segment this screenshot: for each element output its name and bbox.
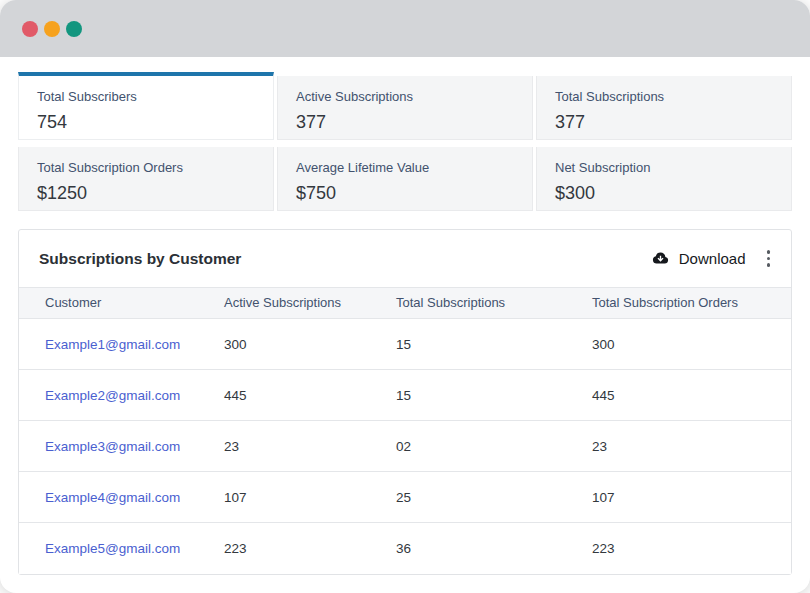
stats-grid: Total Subscribers754Active Subscriptions…	[18, 72, 792, 211]
customer-email-link[interactable]: Example1@gmail.com	[45, 337, 180, 352]
table-title: Subscriptions by Customer	[39, 250, 241, 268]
stat-label: Average Lifetime Value	[296, 160, 514, 176]
stat-label: Net Subscription	[555, 160, 773, 176]
subscriptions-table: CustomerActive SubscriptionsTotal Subscr…	[19, 287, 791, 574]
customer-email-link[interactable]: Example5@gmail.com	[45, 541, 180, 556]
minimize-dot[interactable]	[44, 21, 60, 37]
stat-card-total-subscriptions[interactable]: Total Subscriptions377	[536, 76, 792, 140]
maximize-dot[interactable]	[66, 21, 82, 37]
cell-total-subscription-orders: 107	[592, 472, 791, 523]
close-dot[interactable]	[22, 21, 38, 37]
table-row: Example5@gmail.com22336223	[19, 523, 791, 574]
stat-card-active-subscriptions[interactable]: Active Subscriptions377	[277, 76, 533, 140]
cell-total-subscriptions: 15	[396, 319, 592, 370]
column-header-total-subscriptions: Total Subscriptions	[396, 288, 592, 319]
cloud-download-icon	[651, 249, 670, 268]
table-header-row: CustomerActive SubscriptionsTotal Subscr…	[19, 288, 791, 319]
customer-email-link[interactable]: Example4@gmail.com	[45, 490, 180, 505]
kebab-menu-icon[interactable]	[758, 244, 780, 273]
table-row: Example3@gmail.com230223	[19, 421, 791, 472]
stat-label: Total Subscription Orders	[37, 160, 255, 176]
stat-card-net-subscription[interactable]: Net Subscription$300	[536, 147, 792, 211]
stat-value: $750	[296, 183, 514, 204]
stat-card-average-lifetime-value[interactable]: Average Lifetime Value$750	[277, 147, 533, 211]
stat-value: $300	[555, 183, 773, 204]
column-header-active-subscriptions: Active Subscriptions	[224, 288, 396, 319]
stat-card-total-subscription-orders[interactable]: Total Subscription Orders$1250	[18, 147, 274, 211]
table-row: Example4@gmail.com10725107	[19, 472, 791, 523]
window-control-dots	[22, 21, 82, 37]
stat-value: $1250	[37, 183, 255, 204]
stat-label: Total Subscribers	[37, 89, 255, 105]
table-row: Example1@gmail.com30015300	[19, 319, 791, 370]
app-window: Total Subscribers754Active Subscriptions…	[0, 0, 810, 593]
stat-value: 377	[296, 112, 514, 133]
stat-label: Total Subscriptions	[555, 89, 773, 105]
download-button[interactable]: Download	[643, 243, 754, 274]
cell-total-subscriptions: 36	[396, 523, 592, 574]
stat-card-total-subscribers[interactable]: Total Subscribers754	[18, 72, 274, 140]
window-titlebar	[0, 0, 810, 57]
cell-active-subscriptions: 107	[224, 472, 396, 523]
cell-total-subscriptions: 02	[396, 421, 592, 472]
column-header-customer: Customer	[19, 288, 224, 319]
table-body: Example1@gmail.com30015300Example2@gmail…	[19, 319, 791, 574]
customer-email-link[interactable]: Example3@gmail.com	[45, 439, 180, 454]
stat-value: 754	[37, 112, 255, 133]
cell-active-subscriptions: 300	[224, 319, 396, 370]
cell-active-subscriptions: 445	[224, 370, 396, 421]
stat-value: 377	[555, 112, 773, 133]
cell-total-subscription-orders: 223	[592, 523, 791, 574]
download-button-label: Download	[679, 250, 746, 267]
cell-total-subscription-orders: 445	[592, 370, 791, 421]
cell-active-subscriptions: 23	[224, 421, 396, 472]
cell-active-subscriptions: 223	[224, 523, 396, 574]
main-content: Total Subscribers754Active Subscriptions…	[0, 57, 810, 575]
column-header-total-subscription-orders: Total Subscription Orders	[592, 288, 791, 319]
table-head: CustomerActive SubscriptionsTotal Subscr…	[19, 288, 791, 319]
cell-total-subscriptions: 15	[396, 370, 592, 421]
table-card-header: Subscriptions by Customer Download	[19, 230, 791, 287]
customer-email-link[interactable]: Example2@gmail.com	[45, 388, 180, 403]
stat-label: Active Subscriptions	[296, 89, 514, 105]
cell-total-subscription-orders: 300	[592, 319, 791, 370]
table-row: Example2@gmail.com44515445	[19, 370, 791, 421]
cell-total-subscription-orders: 23	[592, 421, 791, 472]
subscriptions-table-card: Subscriptions by Customer Download	[18, 229, 792, 575]
cell-total-subscriptions: 25	[396, 472, 592, 523]
table-actions: Download	[643, 243, 779, 274]
